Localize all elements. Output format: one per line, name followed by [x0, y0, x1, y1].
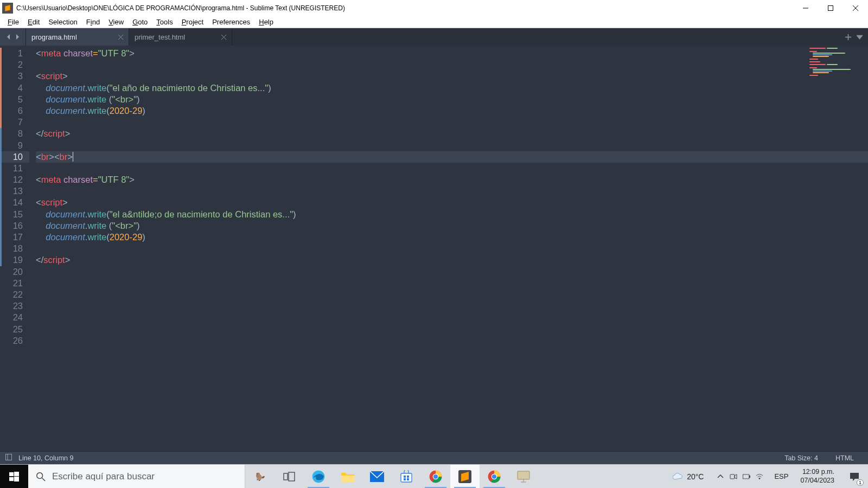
svg-rect-14	[9, 477, 14, 480]
minimap[interactable]	[807, 47, 867, 79]
svg-rect-21	[341, 476, 354, 482]
svg-rect-39	[743, 474, 749, 479]
svg-rect-1	[828, 6, 833, 11]
status-bar: Line 10, Column 9 Tab Size: 4 HTML	[0, 451, 868, 464]
tab-close-icon[interactable]	[214, 33, 226, 41]
panel-switcher-icon[interactable]	[5, 454, 12, 462]
sublime-app-icon	[2, 3, 13, 14]
menu-preferences[interactable]: Preferences	[208, 18, 254, 26]
menu-help[interactable]: Help	[254, 18, 278, 26]
taskbar-taskview-icon[interactable]	[275, 465, 304, 488]
menu-selection[interactable]: Selection	[44, 18, 81, 26]
menu-project[interactable]: Project	[177, 18, 208, 26]
svg-rect-12	[9, 472, 14, 476]
code-editor[interactable]: 1234567891011121314151617181920212223242…	[0, 46, 868, 451]
menu-bar: File Edit Selection Find View Goto Tools…	[0, 16, 868, 28]
code-area[interactable]: <meta charset="UTF 8"><script> document.…	[29, 46, 868, 451]
svg-point-30	[433, 474, 438, 478]
taskbar-board-icon[interactable]	[509, 465, 538, 488]
nav-back-icon[interactable]	[6, 34, 11, 40]
status-tab-size[interactable]: Tab Size: 4	[776, 454, 827, 462]
taskbar-sublime-icon[interactable]	[450, 465, 480, 488]
tab-programa-html[interactable]: programa.html	[26, 28, 129, 46]
start-button[interactable]	[0, 465, 28, 488]
notification-badge: 1	[857, 479, 864, 486]
tab-dropdown-icon[interactable]	[857, 34, 863, 40]
taskbar-chrome-icon[interactable]	[421, 465, 450, 488]
tray-battery-icon[interactable]	[743, 473, 750, 480]
search-icon	[36, 472, 46, 481]
svg-rect-23	[401, 473, 412, 482]
close-button[interactable]	[843, 0, 868, 16]
menu-goto[interactable]: Goto	[128, 18, 152, 26]
window-controls	[793, 0, 868, 16]
svg-rect-24	[404, 476, 406, 478]
tray-notifications[interactable]: 1	[843, 465, 866, 488]
new-tab-icon[interactable]	[845, 34, 851, 40]
svg-rect-18	[284, 473, 288, 480]
taskbar-assistant-icon[interactable]: 🦫	[245, 465, 275, 488]
tray-meet-icon[interactable]	[730, 473, 737, 480]
tray-chevron-icon[interactable]	[717, 473, 724, 480]
tab-history-nav	[0, 28, 26, 46]
tab-label: primer_test.html	[135, 33, 185, 41]
menu-tools[interactable]: Tools	[152, 18, 177, 26]
minimize-button[interactable]	[793, 0, 818, 16]
window-titlebar: C:\Users\Usuario\Desktop\ONE\LÓGICA DE P…	[0, 0, 868, 16]
tray-clock[interactable]: 12:09 p.m. 07/04/2023	[795, 468, 840, 485]
svg-point-34	[492, 474, 496, 478]
search-placeholder: Escribe aquí para buscar	[52, 471, 155, 482]
svg-rect-40	[750, 476, 751, 478]
taskbar-search[interactable]: Escribe aquí para buscar	[28, 465, 245, 488]
svg-rect-13	[14, 472, 19, 476]
taskbar-explorer-icon[interactable]	[333, 465, 362, 488]
taskbar-edge-icon[interactable]	[304, 465, 333, 488]
nav-forward-icon[interactable]	[15, 34, 20, 40]
window-title: C:\Users\Usuario\Desktop\ONE\LÓGICA DE P…	[16, 4, 793, 12]
taskbar-store-icon[interactable]	[392, 465, 421, 488]
menu-edit[interactable]: Edit	[23, 18, 44, 26]
svg-rect-38	[730, 474, 735, 479]
weather-temp: 20°C	[687, 472, 704, 481]
menu-view[interactable]: View	[104, 18, 128, 26]
tray-weather[interactable]: 20°C	[666, 472, 709, 481]
tab-bar: programa.htmlprimer_test.html	[0, 28, 868, 46]
svg-point-41	[759, 478, 760, 479]
taskbar-mail-icon[interactable]	[362, 465, 392, 488]
tab-close-icon[interactable]	[111, 33, 123, 41]
svg-line-17	[42, 478, 45, 480]
svg-rect-10	[6, 454, 12, 460]
svg-rect-26	[404, 478, 406, 480]
tray-time: 12:09 p.m.	[800, 468, 834, 477]
svg-rect-19	[289, 472, 295, 481]
status-position[interactable]: Line 10, Column 9	[18, 454, 73, 462]
svg-rect-25	[407, 476, 409, 478]
tray-date: 07/04/2023	[800, 477, 834, 485]
svg-rect-35	[518, 471, 529, 479]
windows-taskbar: Escribe aquí para buscar 🦫	[0, 464, 868, 488]
menu-find[interactable]: Find	[82, 18, 104, 26]
taskbar-chrome2-icon[interactable]	[480, 465, 509, 488]
maximize-button[interactable]	[818, 0, 843, 16]
status-syntax[interactable]: HTML	[827, 454, 863, 462]
tab-label: programa.html	[31, 33, 77, 41]
svg-point-16	[37, 472, 43, 478]
menu-file[interactable]: File	[3, 18, 23, 26]
cloud-icon	[672, 472, 684, 481]
svg-rect-15	[14, 477, 19, 481]
tray-wifi-icon[interactable]	[756, 473, 763, 480]
tab-primer_test-html[interactable]: primer_test.html	[129, 28, 232, 46]
line-gutter: 1234567891011121314151617181920212223242…	[0, 46, 29, 451]
svg-rect-27	[407, 478, 409, 480]
tray-language[interactable]: ESP	[771, 472, 792, 480]
